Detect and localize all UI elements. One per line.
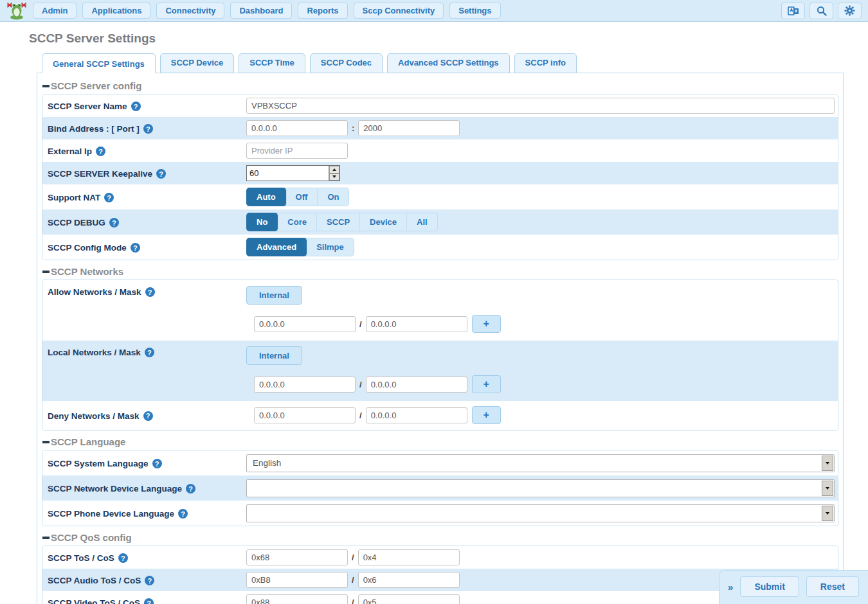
sccp-server-name-input[interactable] xyxy=(246,98,835,114)
help-icon[interactable]: ? xyxy=(145,348,154,357)
label-text: External Ip xyxy=(48,147,92,156)
debug-sccp-button[interactable]: SCCP xyxy=(317,213,360,231)
chevron-down-icon[interactable] xyxy=(822,506,833,521)
deny-mask-input[interactable] xyxy=(366,407,467,423)
video-cos-input[interactable] xyxy=(358,594,460,604)
local-add-button[interactable]: + xyxy=(472,375,501,393)
debug-device-button[interactable]: Device xyxy=(360,213,407,231)
collapse-chevron-icon[interactable]: » xyxy=(728,582,733,592)
stepper-down-icon[interactable] xyxy=(329,173,339,181)
field-label: SCCP Video ToS / CoS ? xyxy=(48,597,246,604)
nav-item-reports[interactable]: Reports xyxy=(298,3,347,19)
local-internal-button[interactable]: Internal xyxy=(246,346,302,365)
freepbx-logo[interactable] xyxy=(6,1,27,21)
tab-sccp-codec[interactable]: SCCP Codec xyxy=(310,53,383,73)
mode-advanced-button[interactable]: Advanced xyxy=(246,238,307,256)
external-ip-input[interactable] xyxy=(246,143,348,159)
nat-on-button[interactable]: On xyxy=(318,188,348,206)
search-button[interactable] xyxy=(809,3,833,19)
gear-button[interactable] xyxy=(838,3,862,19)
audio-cos-input[interactable] xyxy=(358,572,460,588)
deny-add-button[interactable]: + xyxy=(472,406,501,424)
collapse-minus-icon[interactable] xyxy=(42,271,50,273)
field-label: SCCP SERVER Keepalive ? xyxy=(48,168,246,179)
field-label: SCCP System Language ? xyxy=(48,457,246,468)
help-icon[interactable]: ? xyxy=(143,411,153,421)
video-tos-input[interactable] xyxy=(246,594,348,604)
row-local-networks: Local Networks / Mask ? Internal / + xyxy=(42,341,838,401)
help-icon[interactable]: ? xyxy=(104,193,114,202)
chevron-down-icon[interactable] xyxy=(822,456,833,471)
help-icon[interactable]: ? xyxy=(96,147,105,156)
reset-button[interactable]: Reset xyxy=(806,576,859,597)
help-icon[interactable]: ? xyxy=(178,509,188,519)
nav-item-admin[interactable]: Admin xyxy=(33,3,77,19)
selected-option: English xyxy=(253,458,281,468)
nav-item-connectivity[interactable]: Connectivity xyxy=(156,3,224,19)
field-label: Deny Networks / Mask ? xyxy=(48,410,246,421)
stepper-up-icon[interactable] xyxy=(329,166,339,173)
tab-sccp-info[interactable]: SCCP info xyxy=(514,53,577,73)
allow-internal-button[interactable]: Internal xyxy=(246,286,302,305)
row-phone-device-language: SCCP Phone Device Language ? xyxy=(42,501,838,526)
sccp-tos-input[interactable] xyxy=(246,549,348,565)
help-icon[interactable]: ? xyxy=(131,102,141,111)
help-icon[interactable]: ? xyxy=(145,287,155,297)
help-icon[interactable]: ? xyxy=(144,598,154,604)
deny-network-input[interactable] xyxy=(254,407,356,423)
slash-separator: / xyxy=(359,380,362,389)
tab-bar: General SCCP Settings SCCP Device SCCP T… xyxy=(42,53,868,73)
system-language-select[interactable]: English xyxy=(246,454,835,472)
tab-sccp-time[interactable]: SCCP Time xyxy=(239,53,305,73)
nav-item-sccp-connectivity[interactable]: Sccp Connectivity xyxy=(354,3,444,19)
support-nat-group: Auto Off On xyxy=(246,188,349,206)
row-deny-networks: Deny Networks / Mask ? / + xyxy=(42,401,838,430)
nat-auto-button[interactable]: Auto xyxy=(246,188,287,206)
nav-item-dashboard[interactable]: Dashboard xyxy=(230,3,292,19)
help-icon[interactable]: ? xyxy=(109,218,119,227)
section-title-text: SCCP Server config xyxy=(51,80,141,91)
help-icon[interactable]: ? xyxy=(156,169,166,179)
nav-item-settings[interactable]: Settings xyxy=(449,3,500,19)
mode-simple-button[interactable]: Silmpe xyxy=(307,238,354,256)
sccp-cos-input[interactable] xyxy=(358,549,460,565)
allow-add-button[interactable]: + xyxy=(472,315,501,333)
row-bind-address: Bind Address : [ Port ] ? : xyxy=(42,117,838,139)
network-device-language-select[interactable] xyxy=(246,479,835,497)
collapse-minus-icon[interactable] xyxy=(42,85,50,87)
stepper-buttons xyxy=(329,166,339,181)
debug-no-button[interactable]: No xyxy=(246,213,278,231)
tab-advanced-sccp-settings[interactable]: Advanced SCCP Settings xyxy=(387,53,510,73)
tab-general-sccp-settings[interactable]: General SCCP Settings xyxy=(42,53,156,73)
tab-sccp-device[interactable]: SCCP Device xyxy=(160,53,234,73)
bind-port-input[interactable] xyxy=(358,120,460,136)
help-icon[interactable]: ? xyxy=(131,243,140,253)
help-icon[interactable]: ? xyxy=(186,484,195,493)
help-icon[interactable]: ? xyxy=(143,124,153,134)
chevron-down-icon[interactable] xyxy=(822,481,833,496)
phone-device-language-select[interactable] xyxy=(246,504,835,522)
label-text: SCCP ToS / CoS xyxy=(48,553,114,563)
debug-core-button[interactable]: Core xyxy=(278,213,317,231)
local-network-input[interactable] xyxy=(254,377,356,393)
nav-item-applications[interactable]: Applications xyxy=(82,3,150,19)
help-icon[interactable]: ? xyxy=(145,576,154,585)
field-label: Support NAT ? xyxy=(48,191,246,202)
allow-mask-input[interactable] xyxy=(366,316,467,332)
language-button[interactable] xyxy=(781,3,805,19)
nat-off-button[interactable]: Off xyxy=(286,188,318,206)
row-sccp-server-name: SCCP Server Name ? xyxy=(42,94,838,117)
local-mask-input[interactable] xyxy=(366,377,467,393)
section-language: SCCP System Language ? English SCCP Netw… xyxy=(42,450,838,526)
keepalive-input[interactable] xyxy=(247,166,329,181)
bind-address-input[interactable] xyxy=(246,120,348,136)
help-icon[interactable]: ? xyxy=(118,553,128,563)
debug-all-button[interactable]: All xyxy=(407,213,437,231)
help-icon[interactable]: ? xyxy=(152,459,162,468)
collapse-minus-icon[interactable] xyxy=(42,537,50,539)
allow-network-input[interactable] xyxy=(254,316,356,332)
audio-tos-input[interactable] xyxy=(246,572,348,588)
collapse-minus-icon[interactable] xyxy=(42,441,50,443)
submit-button[interactable]: Submit xyxy=(740,576,799,597)
tab-content: SCCP Server config SCCP Server Name ? Bi… xyxy=(37,73,844,604)
